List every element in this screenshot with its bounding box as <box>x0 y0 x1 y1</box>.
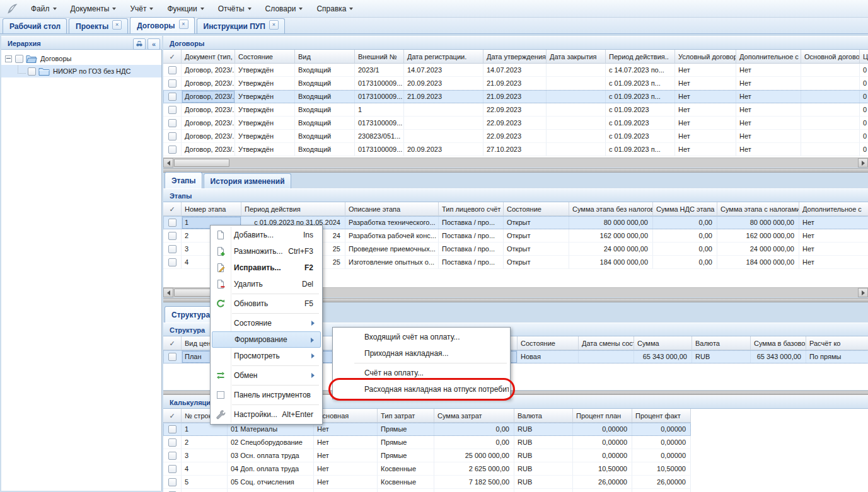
table-cell[interactable]: Договор, 2023/... <box>182 130 235 143</box>
table-cell[interactable]: 0,00 <box>434 489 514 492</box>
context-menu-item[interactable]: Исправить...F2 <box>212 260 321 276</box>
column-header[interactable]: Документ (тип, № <box>182 50 235 64</box>
row-checkbox[interactable] <box>168 465 176 473</box>
row-checkbox[interactable] <box>168 79 176 88</box>
table-cell[interactable]: 20.09.2023 <box>404 143 483 156</box>
table-cell[interactable]: 22.09.2023 <box>483 130 547 143</box>
context-menu-item[interactable]: ОбновитьF5 <box>212 295 321 312</box>
table-cell[interactable]: 27.10.2023 <box>483 143 547 156</box>
column-header[interactable]: Сумма в базовой в <box>751 336 806 350</box>
table-cell[interactable]: Договор, 2023/... <box>182 64 235 77</box>
table-cell[interactable]: 0,00000 <box>632 436 691 449</box>
table-cell[interactable]: 0,00 <box>434 423 514 436</box>
table-cell[interactable]: Нет <box>314 423 378 436</box>
table-cell[interactable]: Договор, 2023/... <box>182 77 235 90</box>
table-cell[interactable]: Прямые <box>378 436 434 449</box>
table-cell[interactable]: Проведение приемочных... <box>345 243 439 256</box>
scroll-left-icon[interactable] <box>163 158 173 168</box>
table-row[interactable]: Договор, 2023/...УтверждёнВходящий017310… <box>163 143 868 156</box>
table-cell[interactable]: Прямые <box>378 449 434 462</box>
table-cell[interactable] <box>163 256 182 269</box>
column-header[interactable]: Дополнительное с <box>799 202 868 216</box>
column-header[interactable]: Сумма этапа с налогами <box>717 202 799 216</box>
table-cell[interactable]: 06 <box>228 489 314 492</box>
table-cell[interactable]: Прямые <box>378 423 434 436</box>
table-cell[interactable]: 184 000 000,00 <box>569 256 653 269</box>
table-cell[interactable]: 0,00000 <box>573 489 632 492</box>
context-menu-item[interactable]: Просмотреть <box>212 348 321 364</box>
column-header[interactable]: Сумма затрат <box>434 409 514 423</box>
column-header[interactable]: Сумма НДС этапа <box>653 202 717 216</box>
table-cell[interactable]: 26,00000 <box>573 476 632 489</box>
column-header[interactable]: Сумма этапа без налогов <box>569 202 653 216</box>
menubar-item-documents[interactable]: Документы <box>64 2 124 16</box>
table-cell[interactable]: 0,00000 <box>573 449 632 462</box>
row-checkbox[interactable] <box>168 438 176 447</box>
table-cell[interactable]: Входящий <box>295 103 355 117</box>
column-header[interactable]: Состояние <box>518 336 579 350</box>
table-cell[interactable]: Входящий <box>295 143 355 156</box>
table-cell[interactable]: 2 <box>182 436 228 449</box>
table-cell[interactable]: 02 Спецоборудование <box>228 436 314 449</box>
search-icon[interactable] <box>133 38 146 50</box>
table-cell[interactable]: RUB <box>514 423 573 436</box>
collapse-panel-icon[interactable]: « <box>148 38 160 50</box>
table-cell[interactable]: с 01.09.2023 <box>606 130 675 143</box>
table-cell[interactable]: Открыт <box>504 229 569 243</box>
tab-stages[interactable]: Этапы <box>165 172 202 188</box>
table-cell[interactable] <box>163 350 182 363</box>
menubar-item-reports[interactable]: Отчёты <box>211 2 258 16</box>
table-cell[interactable]: 05 Соц. отчисления <box>228 476 314 489</box>
table-cell[interactable]: с 01.09.2023 <box>606 103 675 117</box>
table-cell[interactable]: 0173100009... <box>355 117 404 130</box>
context-menu-item[interactable]: Обмен <box>212 367 321 384</box>
table-cell[interactable] <box>163 436 182 449</box>
table-cell[interactable]: Нет <box>736 130 801 143</box>
table-cell[interactable]: 0 <box>860 143 868 156</box>
table-cell[interactable]: Входящий <box>295 90 355 103</box>
table-row[interactable]: 101 МатериалыНетПрямые0,00RUB0,000000,00… <box>163 423 691 436</box>
table-cell[interactable]: 10,50000 <box>632 462 691 476</box>
table-cell[interactable]: 14.07.2023 <box>404 64 483 77</box>
menubar-item-functions[interactable]: Функции <box>160 2 211 16</box>
scroll-right-icon[interactable] <box>858 288 868 297</box>
table-cell[interactable]: с 01.09.2023 п... <box>606 90 675 103</box>
table-cell[interactable]: Нет <box>736 77 801 90</box>
table-cell[interactable]: Прямые <box>378 489 434 492</box>
table-cell[interactable]: Нет <box>675 130 736 143</box>
table-cell[interactable] <box>163 489 182 492</box>
table-cell[interactable]: Нет <box>675 64 736 77</box>
table-cell[interactable] <box>163 229 182 243</box>
column-header[interactable]: Процент план <box>573 409 632 423</box>
table-cell[interactable] <box>163 64 182 77</box>
column-header[interactable]: Дополнительное с <box>736 50 801 64</box>
table-cell[interactable]: RUB <box>514 462 573 476</box>
table-cell[interactable]: с 14.07.2023 по... <box>606 64 675 77</box>
column-header[interactable]: Расчёт ко <box>806 336 868 350</box>
column-header[interactable]: Основная <box>314 409 378 423</box>
table-cell[interactable]: Утверждён <box>235 77 295 90</box>
table-cell[interactable]: Договор, 2023/... <box>182 90 235 103</box>
tab-desktop[interactable]: Рабочий стол <box>3 18 67 33</box>
table-cell[interactable] <box>163 117 182 130</box>
table-row[interactable]: Договор, 2023/...УтверждёнВходящий122.09… <box>163 103 868 117</box>
table-cell[interactable]: 14.07.2023 <box>483 64 547 77</box>
column-header[interactable]: Сумма <box>634 336 692 350</box>
table-cell[interactable]: 0173100009... <box>355 90 404 103</box>
table-cell[interactable] <box>163 449 182 462</box>
column-header[interactable]: Дата регистрации. <box>404 50 483 64</box>
table-cell[interactable]: 0,00 <box>653 243 717 256</box>
column-header[interactable]: Тип лицевого счёт <box>439 202 504 216</box>
menubar-item-accounting[interactable]: Учёт <box>123 2 160 16</box>
table-cell[interactable]: Нет <box>799 216 868 229</box>
table-cell[interactable]: RUB <box>514 476 573 489</box>
row-checkbox[interactable] <box>168 219 176 227</box>
table-cell[interactable]: 0 <box>860 90 868 103</box>
table-cell[interactable] <box>163 423 182 436</box>
table-cell[interactable]: Утверждён <box>235 103 295 117</box>
tree-collapse-icon[interactable] <box>5 55 12 62</box>
table-cell[interactable]: 03 Осн. оплата труда <box>228 449 314 462</box>
column-header[interactable]: Состояние <box>504 202 569 216</box>
table-cell[interactable]: Поставка / про... <box>439 256 504 269</box>
table-cell[interactable]: Договор, 2023/... <box>182 117 235 130</box>
